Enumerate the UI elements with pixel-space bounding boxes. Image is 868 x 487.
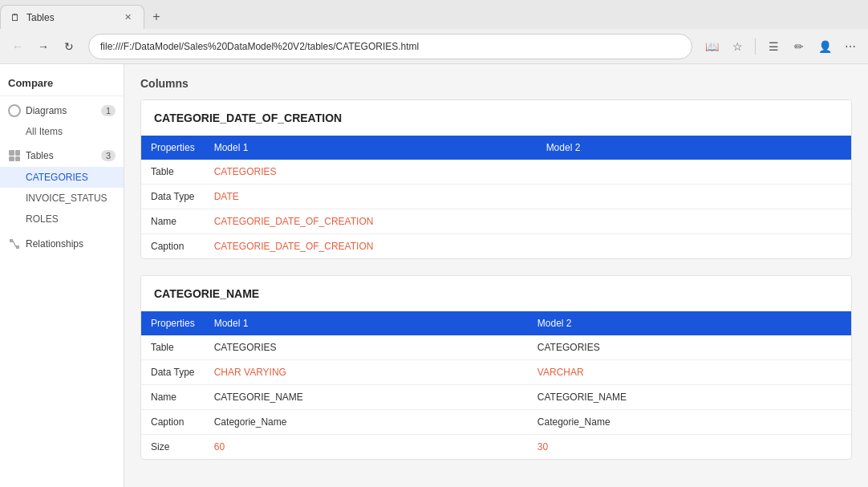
model2-table2: CATEGORIES	[528, 335, 851, 360]
tables-badge: 3	[101, 150, 116, 161]
table-row: Caption Categorie_Name Categorie_Name	[141, 410, 851, 435]
prop-datatype2: Data Type	[141, 360, 205, 385]
model1-name: CATEGORIE_DATE_OF_CREATION	[205, 209, 537, 234]
model2-name	[537, 209, 851, 234]
column-section-date-of-creation: CATEGORIE_DATE_OF_CREATION Properties Mo…	[140, 99, 852, 259]
model1-datatype2: CHAR VARYING	[205, 360, 528, 385]
model1-caption2: Categorie_Name	[205, 410, 528, 435]
model2-name2: CATEGORIE_NAME	[528, 385, 851, 410]
tab-title: Tables	[26, 12, 115, 23]
content-area[interactable]: Columns CATEGORIE_DATE_OF_CREATION Prope…	[124, 64, 868, 487]
forward-button[interactable]: →	[32, 35, 55, 58]
prop-name: Name	[141, 209, 205, 234]
table-row: Name CATEGORIE_NAME CATEGORIE_NAME	[141, 385, 851, 410]
th-properties-name: Properties	[141, 311, 205, 335]
nav-separator	[755, 39, 756, 55]
table-row: Data Type CHAR VARYING VARCHAR	[141, 360, 851, 385]
address-bar[interactable]: file:///F:/DataModel/Sales%20DataModel%2…	[88, 34, 692, 59]
column-name-date: CATEGORIE_DATE_OF_CREATION	[154, 112, 838, 124]
column-section-name: CATEGORIE_NAME Properties Model 1 Model …	[140, 275, 852, 460]
column-section-header-date: CATEGORIE_DATE_OF_CREATION	[141, 100, 851, 136]
account-button[interactable]: 👤	[813, 35, 836, 58]
browser-window: 🗒 Tables ✕ + ← → ↻ file:///F:/DataModel/…	[0, 0, 868, 487]
prop-caption: Caption	[141, 234, 205, 259]
prop-size: Size	[141, 435, 205, 460]
circle-icon	[8, 104, 21, 117]
column-section-header-name: CATEGORIE_NAME	[141, 276, 851, 311]
sidebar-tables-header[interactable]: Tables 3	[0, 144, 124, 167]
tab-icon: 🗒	[10, 12, 20, 23]
prop-table: Table	[141, 160, 205, 185]
relationships-label: Relationships	[26, 238, 116, 250]
table-header-row-name: Properties Model 1 Model 2	[141, 311, 851, 335]
address-text: file:///F:/DataModel/Sales%20DataModel%2…	[100, 41, 419, 52]
model2-caption2: Categorie_Name	[528, 410, 851, 435]
sidebar: Compare Diagrams 1 All Items	[0, 64, 124, 487]
model2-datatype2: VARCHAR	[528, 360, 851, 385]
model1-datatype: DATE	[205, 185, 537, 209]
model1-table: CATEGORIES	[205, 160, 537, 185]
nav-icons: 📖 ☆ ☰ ✏ 👤 ⋯	[700, 35, 862, 58]
prop-caption2: Caption	[141, 410, 205, 435]
favorites-button[interactable]: ☆	[726, 35, 748, 58]
sidebar-item-categories[interactable]: CATEGORIES	[0, 167, 124, 188]
th-model2-date: Model 2	[537, 136, 851, 160]
column-name-catname: CATEGORIE_NAME	[154, 287, 838, 300]
th-model1-date: Model 1	[205, 136, 537, 160]
table-row: Data Type DATE	[141, 185, 851, 209]
model2-caption	[537, 234, 851, 259]
grid-icon	[9, 150, 20, 161]
nav-bar: ← → ↻ file:///F:/DataModel/Sales%20DataM…	[0, 29, 868, 64]
th-model1-name: Model 1	[205, 311, 528, 335]
sidebar-section-relationships: Relationships	[0, 233, 124, 255]
active-tab[interactable]: 🗒 Tables ✕	[0, 5, 144, 29]
relationships-icon	[8, 237, 21, 250]
table-row: Size 60 30	[141, 435, 851, 460]
more-options-button[interactable]: ⋯	[839, 35, 862, 58]
sidebar-relationships-header[interactable]: Relationships	[0, 233, 124, 255]
tab-bar: 🗒 Tables ✕ +	[0, 0, 868, 29]
table-row: Table CATEGORIES	[141, 160, 851, 185]
tab-close-button[interactable]: ✕	[121, 11, 134, 24]
tables-icon	[8, 149, 21, 162]
svg-line-2	[13, 241, 16, 247]
sidebar-item-invoice-status[interactable]: INVOICE_STATUS	[0, 188, 124, 209]
browser-menu-button[interactable]: ☰	[762, 35, 785, 58]
refresh-button[interactable]: ↻	[58, 35, 80, 58]
sidebar-section-diagrams: Diagrams 1 All Items	[0, 99, 124, 141]
prop-datatype: Data Type	[141, 185, 205, 209]
prop-name2: Name	[141, 385, 205, 410]
sidebar-diagrams-header[interactable]: Diagrams 1	[0, 99, 124, 122]
model2-size: 30	[528, 435, 851, 460]
table-row: Table CATEGORIES CATEGORIES	[141, 335, 851, 360]
svg-rect-1	[16, 246, 19, 249]
table-date-of-creation: Properties Model 1 Model 2 Table CATEGOR…	[141, 136, 851, 258]
diagrams-label: Diagrams	[26, 105, 96, 116]
back-button[interactable]: ←	[6, 35, 29, 58]
model1-name2: CATEGORIE_NAME	[205, 385, 528, 410]
sidebar-item-roles[interactable]: ROLES	[0, 209, 124, 229]
sidebar-all-items[interactable]: All Items	[0, 122, 124, 141]
diagrams-badge: 1	[101, 105, 116, 116]
sidebar-compare-label: Compare	[0, 71, 124, 96]
content-inner: Columns CATEGORIE_DATE_OF_CREATION Prope…	[124, 64, 868, 487]
columns-label: Columns	[140, 77, 852, 90]
new-tab-button[interactable]: +	[144, 5, 168, 29]
table-row: Name CATEGORIE_DATE_OF_CREATION	[141, 209, 851, 234]
th-properties-date: Properties	[141, 136, 205, 160]
tables-label: Tables	[26, 150, 96, 161]
prop-table2: Table	[141, 335, 205, 360]
edit-button[interactable]: ✏	[788, 35, 810, 58]
model1-table2: CATEGORIES	[205, 335, 528, 360]
rels-icon	[9, 238, 20, 250]
main-layout: Compare Diagrams 1 All Items	[0, 64, 868, 487]
diagrams-icon	[8, 104, 21, 117]
table-categorie-name: Properties Model 1 Model 2 Table CATEGOR…	[141, 311, 851, 459]
model2-table	[537, 160, 851, 185]
table-header-row-date: Properties Model 1 Model 2	[141, 136, 851, 160]
th-model2-name: Model 2	[528, 311, 851, 335]
model1-caption: CATEGORIE_DATE_OF_CREATION	[205, 234, 537, 259]
table-row: Caption CATEGORIE_DATE_OF_CREATION	[141, 234, 851, 259]
reader-view-button[interactable]: 📖	[700, 35, 723, 58]
sidebar-section-tables: Tables 3 CATEGORIES INVOICE_STATUS ROLES	[0, 144, 124, 229]
